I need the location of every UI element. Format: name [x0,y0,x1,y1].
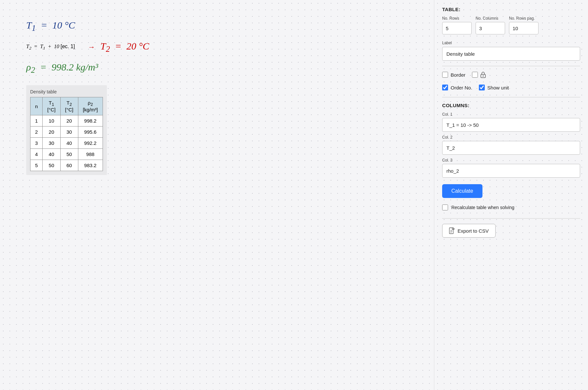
col2-label: Col. 2 [442,135,580,140]
table-row: 1 10 20 998.2 [30,115,103,127]
cell-rho2: 988 [78,149,103,160]
divider-1 [442,66,580,66]
no-columns-label: No. Columns [476,16,505,21]
border-checkbox-item[interactable]: Border [442,72,465,78]
density-table: n T1[°C] T2[°C] ρ2[kg/m³] 1 10 20 998.2 … [30,97,103,171]
col2-input[interactable] [442,141,580,155]
table-row: 4 40 50 988 [30,149,103,160]
order-no-checkbox[interactable] [442,85,448,90]
border-checkbox[interactable] [442,72,448,78]
cell-t2: 20 [60,115,78,127]
no-columns-field: No. Columns [476,16,505,34]
columns-section: COLUMNS: Col. 1 Col. 2 Col. 3 [442,103,580,178]
show-unit-checkbox[interactable] [479,85,485,90]
order-no-checkbox-item[interactable]: Order No. [442,85,472,90]
main-canvas: T1 = 10 °C T2 = T1 + 10 [ec. 1] → T2 = 2… [0,0,434,390]
no-rows-field: No. Rows [442,16,472,34]
export-csv-label: Export to CSV [458,228,489,234]
col2-group: Col. 2 [442,135,580,155]
equation-t1: T1 = 10 °C [26,20,408,33]
recalculate-row: Recalculate table when solving [442,205,580,210]
table-dimensions-group: No. Rows No. Columns No. Rows pag. [442,16,580,34]
no-rows-label: No. Rows [442,16,472,21]
eq-reference: [ec. 1] [61,44,75,49]
label-section: Label [442,40,580,61]
show-unit-checkbox-item[interactable]: Show unit [479,85,509,90]
calculate-button[interactable]: Calculate [442,184,482,198]
col1-label: Col. 1 [442,112,580,117]
table-header-t1: T1[°C] [43,97,60,115]
file-icon [449,227,455,234]
no-rows-pag-input[interactable] [509,22,539,34]
label-input[interactable] [442,47,580,61]
col1-input[interactable] [442,118,580,132]
no-rows-input[interactable] [442,22,472,34]
no-rows-pag-field: No. Rows pag. [509,16,539,34]
svg-rect-2 [449,228,453,234]
eq-rho-text: ρ2 = 998.2 kg/m³ [26,62,98,72]
table-header-t2: T2[°C] [60,97,78,115]
table-section-title: TABLE: [442,7,580,12]
cell-rho2: 998.2 [78,115,103,127]
no-columns-input[interactable] [476,22,505,34]
col1-group: Col. 1 [442,112,580,132]
border-label: Border [451,72,465,78]
cell-rho2: 995.6 [78,127,103,138]
table-header-n: n [30,97,43,115]
table-header-rho2: ρ2[kg/m³] [78,97,103,115]
cell-n: 1 [30,115,43,127]
cell-t2: 50 [60,149,78,160]
divider-3 [442,218,580,219]
col3-label: Col. 3 [442,158,580,163]
cell-n: 2 [30,127,43,138]
sidebar: TABLE: No. Rows No. Columns No. Rows pag… [434,0,588,390]
cell-n: 4 [30,149,43,160]
cell-t2: 40 [60,138,78,149]
lock-checkbox[interactable] [472,72,478,78]
eq-t2-result: T2 = 20 °C [100,41,149,54]
order-no-label: Order No. [451,85,472,90]
equation-rho: ρ2 = 998.2 kg/m³ [26,62,408,75]
cell-t1: 50 [43,160,60,171]
table-row: 3 30 40 992.2 [30,138,103,149]
calculate-section: Calculate [442,184,580,203]
cell-t1: 10 [43,115,60,127]
export-csv-button[interactable]: Export to CSV [442,224,496,238]
table-row: 5 50 60 983.2 [30,160,103,171]
svg-point-1 [483,76,484,77]
eq-t1-text: T1 = 10 °C [26,20,75,30]
cell-n: 5 [30,160,43,171]
columns-section-title: COLUMNS: [442,103,580,108]
options-row: Order No. Show unit [442,85,580,90]
lock-icon [480,71,486,78]
cell-t1: 30 [43,138,60,149]
table-row: 2 20 30 995.6 [30,127,103,138]
density-table-container: Density table n T1[°C] T2[°C] ρ2[kg/m³] … [26,85,107,175]
cell-n: 3 [30,138,43,149]
cell-rho2: 983.2 [78,160,103,171]
recalculate-label: Recalculate table when solving [451,205,514,210]
table-caption: Density table [30,89,103,94]
eq-t2-definition: T2 = T1 + 10 [ec. 1] [26,44,75,51]
cell-t2: 30 [60,127,78,138]
arrow-icon: → [88,43,95,51]
recalculate-checkbox[interactable] [442,205,448,210]
label-field-label: Label [442,41,452,45]
col3-input[interactable] [442,164,580,178]
col3-group: Col. 3 [442,158,580,178]
border-row: Border [442,71,580,78]
divider-2 [442,97,580,97]
equation-t2-line: T2 = T1 + 10 [ec. 1] → T2 = 20 °C [26,41,408,54]
no-rows-pag-label: No. Rows pag. [509,16,539,21]
cell-t1: 40 [43,149,60,160]
cell-rho2: 992.2 [78,138,103,149]
lock-group [472,71,486,78]
cell-t1: 20 [43,127,60,138]
eq-t2-arrow-result: → T2 = 20 °C [88,41,149,54]
cell-t2: 60 [60,160,78,171]
show-unit-label: Show unit [487,85,509,90]
